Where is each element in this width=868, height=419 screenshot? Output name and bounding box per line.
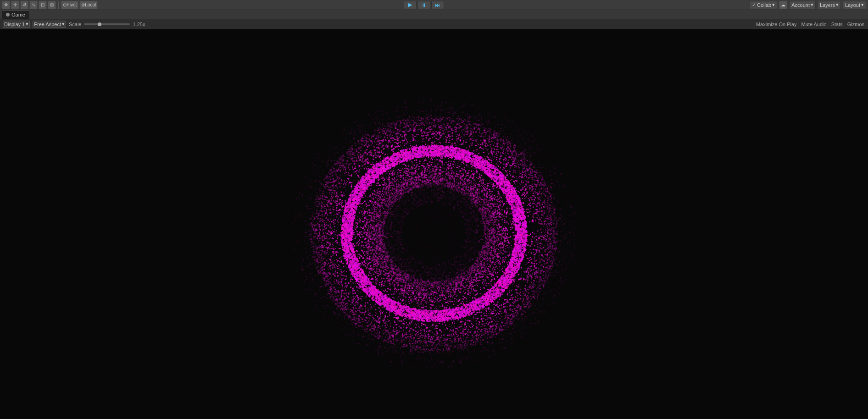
scale-value: 1.25x: [133, 22, 145, 27]
pivot-label: Pivot: [67, 2, 77, 7]
rect-tool-button[interactable]: ⊡: [39, 1, 47, 9]
local-icon: ⊕: [81, 2, 85, 7]
play-button[interactable]: ▶: [404, 1, 417, 9]
stats-button[interactable]: Stats: [830, 22, 844, 27]
display-chevron-icon: ▾: [26, 21, 28, 27]
particle-effect-canvas: [0, 29, 868, 419]
top-toolbar: ✥ ✛ ↺ ⤡ ⊡ ⊞ ⊙ Pivot ⊕ Local ▶ ⏸ ⏭ ✓ Coll…: [0, 0, 868, 10]
pause-button[interactable]: ⏸: [417, 1, 430, 9]
step-button[interactable]: ⏭: [431, 1, 444, 9]
tab-bar: Game: [0, 10, 868, 19]
toolbar-sep-1: [58, 1, 59, 9]
transform-tool-button[interactable]: ✥: [2, 1, 10, 9]
aspect-select[interactable]: Free Aspect ▾: [33, 21, 66, 28]
game-toolbar: Display 1 ▾ Free Aspect ▾ Scale 1.25x Ma…: [0, 19, 868, 29]
layers-chevron-icon: ▾: [836, 2, 839, 8]
aspect-label: Free Aspect: [34, 22, 61, 27]
layers-dropdown[interactable]: Layers ▾: [818, 1, 841, 9]
scale-slider[interactable]: [84, 23, 130, 25]
aspect-chevron-icon: ▾: [62, 21, 65, 27]
game-toolbar-right: Maximize On Play Mute Audio Stats Gizmos: [755, 22, 865, 27]
transform2-tool-button[interactable]: ⊞: [48, 1, 56, 9]
layers-label: Layers: [820, 2, 835, 8]
collab-check: ✓: [752, 2, 756, 8]
collab-chevron-icon: ▾: [772, 2, 775, 8]
rotate-tool-button[interactable]: ↺: [20, 1, 28, 9]
scale-label: Scale: [69, 22, 82, 27]
local-button[interactable]: ⊕ Local: [79, 1, 98, 9]
cloud-button[interactable]: ☁: [779, 1, 787, 9]
toolbar-right: ✓ Collab ▾ ☁ Account ▾ Layers ▾ Layout ▾: [750, 1, 866, 9]
display-select[interactable]: Display 1 ▾: [3, 21, 30, 28]
scale-thumb: [98, 22, 101, 26]
scale-tool-button[interactable]: ⤡: [29, 1, 38, 9]
layout-label: Layout: [845, 2, 860, 8]
layout-dropdown[interactable]: Layout ▾: [843, 1, 866, 9]
layout-chevron-icon: ▾: [861, 2, 864, 8]
collab-dropdown[interactable]: ✓ Collab ▾: [750, 1, 777, 9]
account-chevron-icon: ▾: [811, 2, 813, 8]
account-dropdown[interactable]: Account ▾: [789, 1, 816, 9]
pivot-button[interactable]: ⊙ Pivot: [61, 1, 78, 9]
pivot-icon: ⊙: [63, 2, 67, 7]
game-viewport: [0, 29, 868, 419]
game-tab-label: Game: [11, 12, 25, 17]
play-controls: ▶ ⏸ ⏭: [99, 1, 749, 9]
account-label: Account: [791, 2, 810, 8]
mute-audio-button[interactable]: Mute Audio: [801, 22, 828, 27]
cloud-icon: ☁: [781, 2, 785, 7]
game-tab-icon: [6, 13, 10, 17]
local-label: Local: [85, 2, 96, 7]
collab-label: Collab: [757, 2, 771, 8]
game-tab[interactable]: Game: [2, 10, 29, 19]
gizmos-button[interactable]: Gizmos: [846, 22, 865, 27]
move-tool-button[interactable]: ✛: [11, 1, 19, 9]
display-label: Display 1: [4, 22, 25, 27]
maximize-on-play-button[interactable]: Maximize On Play: [755, 22, 798, 27]
